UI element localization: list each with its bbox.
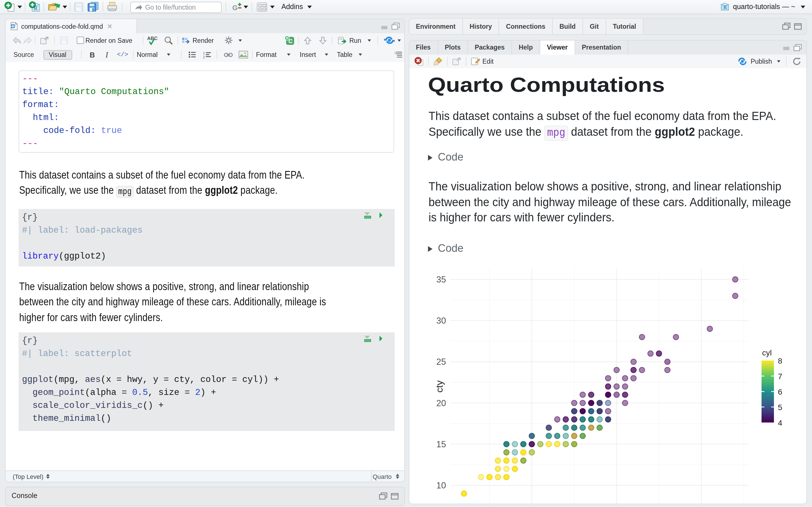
svg-text:cyl: cyl	[762, 348, 772, 357]
svg-text:10: 10	[437, 481, 446, 490]
svg-text:25: 25	[437, 357, 446, 367]
svg-text:5: 5	[778, 403, 782, 412]
svg-text:20: 20	[437, 398, 446, 408]
svg-text:6: 6	[778, 388, 782, 396]
svg-text:8: 8	[778, 356, 782, 365]
svg-text:R: R	[723, 4, 727, 10]
svg-text:G: G	[232, 4, 238, 11]
svg-text:cty: cty	[434, 380, 445, 392]
svg-text:30: 30	[437, 316, 446, 326]
svg-text:4: 4	[778, 418, 782, 427]
svg-text:2: 2	[203, 55, 205, 58]
svg-text:35: 35	[437, 275, 446, 284]
svg-text:7: 7	[778, 372, 782, 381]
svg-text:ABC: ABC	[147, 36, 157, 41]
svg-text:15: 15	[437, 439, 446, 449]
svg-text:1: 1	[203, 51, 205, 55]
